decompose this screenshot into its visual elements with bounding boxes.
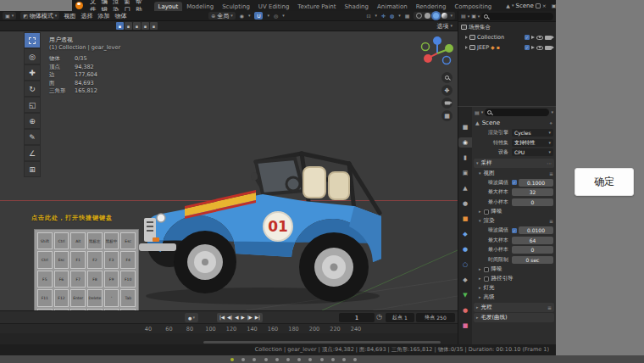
render-camera-icon[interactable] (545, 46, 552, 50)
select-mode-invert[interactable]: ▪ (142, 22, 149, 30)
play-reverse-button[interactable]: ◀ (235, 316, 238, 321)
key-F10[interactable]: F10 (120, 271, 136, 288)
prop-number-field[interactable]: 32 (512, 188, 553, 196)
collapsed-panel-灯光[interactable]: ▸灯光 (472, 283, 556, 293)
prop-dropdown[interactable]: 支持特性▾ (512, 139, 553, 147)
properties-search-input[interactable] (485, 109, 549, 116)
key-F1[interactable]: F1 (70, 251, 86, 268)
page-dot-10[interactable] (331, 358, 335, 361)
xray-icon[interactable]: ▦ (405, 14, 410, 19)
frame-end-field[interactable]: 终点250 (416, 313, 455, 322)
annotate-tool[interactable]: ✎ (24, 129, 41, 145)
key-F6[interactable]: F6 (54, 271, 69, 288)
scene-name[interactable]: Scene (515, 3, 533, 9)
page-dot-11[interactable] (342, 358, 346, 361)
panel-section-毛发(曲线)[interactable]: ▸毛发(曲线) (474, 313, 554, 322)
tab-compositing[interactable]: Compositing (450, 2, 496, 11)
select-mode-set[interactable]: ▪ (116, 22, 124, 30)
viewport-menu-物体[interactable]: 物体 (114, 12, 126, 20)
collapsed-panel-降噪[interactable]: ▸降噪 (472, 207, 556, 216)
measure-tool[interactable]: ∠ (24, 145, 41, 161)
pin-icon[interactable]: ⌖ (550, 120, 552, 126)
outliner-search-input[interactable] (481, 13, 553, 20)
props-tab-texture[interactable]: ■ (458, 321, 472, 331)
page-dot-12[interactable] (353, 358, 357, 361)
key-Ctrl[interactable]: Ctrl (54, 232, 69, 249)
hide-eye-icon[interactable] (536, 46, 543, 50)
outliner-root-row[interactable]: 场景集合 (458, 22, 556, 32)
props-tab-view-layer[interactable]: ▣ (458, 168, 472, 178)
prop-number-field[interactable]: 0 sec (512, 256, 553, 264)
key-Tab[interactable]: Tab (120, 289, 136, 306)
scale-tool[interactable]: ◱ (24, 97, 41, 113)
transform-tool[interactable]: ⊕ (24, 113, 41, 129)
key-F9[interactable]: F9 (104, 271, 119, 288)
select-mode-intersect[interactable]: ▪ (150, 22, 158, 30)
shading-rendered-icon[interactable] (441, 13, 447, 19)
key-鼠标中[interactable]: 鼠标中 (104, 232, 119, 249)
visibility-icon[interactable]: ⊡ (366, 14, 370, 19)
checkbox-icon[interactable] (484, 276, 489, 282)
page-dot-7[interactable] (297, 358, 301, 361)
editor-type-icon[interactable]: ▤ (475, 110, 480, 115)
page-dot-9[interactable] (320, 358, 324, 361)
page-dot-6[interactable] (286, 358, 290, 361)
pivot-icon[interactable]: ◉ (240, 14, 244, 19)
page-dot-4[interactable] (264, 358, 268, 361)
chevron-down-icon[interactable]: ▾ (551, 110, 553, 114)
filter-icon[interactable]: ▣ (471, 14, 476, 19)
tab-sculpting[interactable]: Sculpting (218, 2, 254, 11)
props-tab-render[interactable]: ◉ (458, 137, 472, 148)
props-tab-output[interactable]: ▮ (458, 153, 472, 163)
jeep-model[interactable]: 01 (136, 116, 390, 307)
overlays-icon[interactable]: ◍ (390, 14, 394, 19)
close-icon[interactable]: × (542, 3, 547, 8)
key-F4[interactable]: F4 (120, 251, 136, 268)
props-tab-material[interactable]: ● (458, 305, 472, 316)
shortcut-hint-text[interactable]: 点击此处，打开快捷键键盘 (31, 214, 113, 222)
viewport-menu-视图[interactable]: 视图 (64, 12, 75, 20)
key-F2[interactable]: F2 (87, 251, 103, 268)
options-dropdown[interactable]: 选项 (436, 22, 448, 31)
timeline-tracks[interactable] (0, 333, 458, 344)
outliner-row-jeep[interactable]: JEEP◆▪✓ (458, 42, 556, 53)
tab-rendering[interactable]: Rendering (412, 2, 451, 11)
prop-number-field[interactable]: 0 (512, 246, 553, 254)
props-tab-constraints[interactable]: ◆ (458, 275, 472, 285)
key-Delete[interactable]: Delete (87, 289, 103, 306)
prop-number-field[interactable]: 0 (512, 198, 553, 206)
checkbox-icon[interactable]: ✓ (525, 35, 530, 40)
select-mode-subtract[interactable]: ▪ (133, 22, 141, 30)
key-Esc[interactable]: Esc (120, 232, 136, 249)
clock-icon[interactable]: ◷ (376, 314, 382, 321)
key-Enter[interactable]: Enter (70, 289, 86, 306)
editor-type-button[interactable]: ▣▾ (3, 12, 16, 20)
shading-material-icon[interactable] (433, 13, 439, 19)
navigation-gizmo[interactable] (420, 35, 454, 69)
collapsed-panel-路径引导[interactable]: ▸路径引导 (472, 274, 556, 283)
preset-icon[interactable]: ≡ (549, 218, 553, 224)
props-tab-particles[interactable]: ● (458, 244, 472, 254)
proportional-icon[interactable]: ◎ (274, 14, 278, 19)
panel-section-光程[interactable]: ▸光程≡ (474, 303, 554, 312)
key-F12[interactable]: F12 (54, 289, 69, 306)
timeline-scrollbar[interactable] (203, 341, 441, 343)
tab-texture-paint[interactable]: Texture Paint (293, 2, 340, 11)
add-cube-tool[interactable]: ⊞ (24, 161, 41, 177)
shading-solid-icon[interactable] (425, 13, 430, 19)
orientation-dropdown[interactable]: ⊕全局▾ (208, 12, 236, 20)
mode-dropdown[interactable]: ◩物体模式▾ (20, 12, 59, 20)
frame-start-field[interactable]: 起点1 (386, 313, 414, 322)
panel-subsection-渲染[interactable]: ▾渲染≡ (472, 216, 556, 226)
selectable-icon[interactable] (531, 36, 535, 39)
panel-subsection-视图[interactable]: ▾视图≡ (472, 169, 556, 178)
auto-key-record-button[interactable]: ●▾ (185, 313, 198, 322)
preset-icon[interactable]: ··· (547, 160, 552, 166)
shading-wireframe-icon[interactable] (416, 13, 422, 19)
move-tool[interactable]: ✚ (24, 64, 41, 81)
prop-slider[interactable]: 0.1000 (519, 179, 553, 187)
key-Shift[interactable]: Shift (37, 232, 53, 249)
page-dot-1[interactable] (230, 358, 234, 361)
blender-logo-icon[interactable] (75, 2, 83, 9)
page-dot-8[interactable] (308, 358, 312, 361)
